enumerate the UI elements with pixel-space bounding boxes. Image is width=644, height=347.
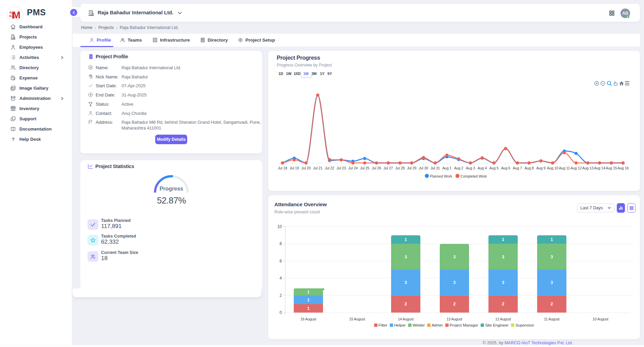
svg-text:Jul 22: Jul 22 xyxy=(325,166,334,170)
svg-text:Aug 15: Aug 15 xyxy=(606,166,617,170)
svg-text:Aug 6: Aug 6 xyxy=(501,166,510,170)
svg-text:3: 3 xyxy=(453,255,456,259)
svg-text:Jul 25: Jul 25 xyxy=(360,166,370,170)
svg-text:3: 3 xyxy=(405,255,407,259)
svg-text:10 August: 10 August xyxy=(593,317,608,321)
svg-text:10: 10 xyxy=(277,224,282,229)
svg-text:16 August: 16 August xyxy=(301,317,316,321)
svg-text:Planned Work: Planned Work xyxy=(430,174,452,178)
svg-text:Completed Work: Completed Work xyxy=(461,174,487,178)
svg-text:Jul 30: Jul 30 xyxy=(419,166,428,170)
svg-text:3: 3 xyxy=(405,280,407,285)
svg-text:Jul 23: Jul 23 xyxy=(337,166,346,170)
svg-text:Aug 16: Aug 16 xyxy=(617,166,629,170)
svg-text:Jul 19: Jul 19 xyxy=(290,166,299,170)
svg-text:Aug 9: Aug 9 xyxy=(536,166,545,170)
svg-text:4: 4 xyxy=(279,276,282,281)
svg-text:6: 6 xyxy=(279,259,282,263)
svg-text:1: 1 xyxy=(307,298,310,302)
svg-text:2: 2 xyxy=(551,302,553,306)
svg-text:Jul 18: Jul 18 xyxy=(278,166,287,170)
svg-text:2: 2 xyxy=(405,302,407,306)
svg-text:Jul 29: Jul 29 xyxy=(407,166,417,170)
svg-text:3: 3 xyxy=(453,280,456,285)
svg-text:Aug 2: Aug 2 xyxy=(454,166,463,170)
svg-text:0: 0 xyxy=(279,310,282,315)
svg-text:Aug 7: Aug 7 xyxy=(513,166,522,170)
svg-text:2: 2 xyxy=(279,293,282,298)
svg-text:15 August: 15 August xyxy=(349,317,365,321)
svg-text:Aug 5: Aug 5 xyxy=(489,166,498,170)
svg-text:3: 3 xyxy=(502,280,504,285)
svg-text:1: 1 xyxy=(307,290,310,295)
svg-text:Aug 12: Aug 12 xyxy=(570,166,582,170)
svg-text:12 August: 12 August xyxy=(495,317,511,321)
svg-text:Jul 28: Jul 28 xyxy=(395,166,405,170)
svg-text:Aug 10: Aug 10 xyxy=(547,166,558,170)
svg-text:Jul 20: Jul 20 xyxy=(301,166,311,170)
svg-text:3: 3 xyxy=(551,255,553,259)
svg-text:Jul 24: Jul 24 xyxy=(348,166,358,170)
svg-text:11 August: 11 August xyxy=(544,317,560,321)
svg-text:Aug 1: Aug 1 xyxy=(442,166,451,170)
svg-text:Aug 13: Aug 13 xyxy=(582,166,594,170)
svg-text:Aug 11: Aug 11 xyxy=(559,166,570,170)
svg-text:13 August: 13 August xyxy=(447,317,462,321)
svg-text:1: 1 xyxy=(551,237,553,242)
svg-text:1: 1 xyxy=(307,306,310,311)
svg-text:Jul 31: Jul 31 xyxy=(431,166,440,170)
svg-text:Aug 4: Aug 4 xyxy=(478,166,487,170)
svg-text:Aug 14: Aug 14 xyxy=(594,166,605,170)
svg-text:2: 2 xyxy=(502,302,504,306)
svg-text:Aug 3: Aug 3 xyxy=(466,166,475,170)
svg-text:?: ? xyxy=(12,137,14,142)
svg-text:3: 3 xyxy=(551,280,553,285)
svg-text:3: 3 xyxy=(502,255,504,259)
svg-text:Jul 27: Jul 27 xyxy=(384,166,393,170)
svg-text:8: 8 xyxy=(279,241,282,246)
svg-text:2: 2 xyxy=(453,302,456,306)
svg-text:Aug 8: Aug 8 xyxy=(525,166,534,170)
svg-text:1: 1 xyxy=(502,237,504,242)
svg-text:Progress: Progress xyxy=(160,186,183,192)
svg-text:1: 1 xyxy=(405,237,407,242)
svg-text:14 August: 14 August xyxy=(398,317,414,321)
svg-text:Jul 26: Jul 26 xyxy=(372,166,381,170)
svg-text:Jul 21: Jul 21 xyxy=(313,166,323,170)
